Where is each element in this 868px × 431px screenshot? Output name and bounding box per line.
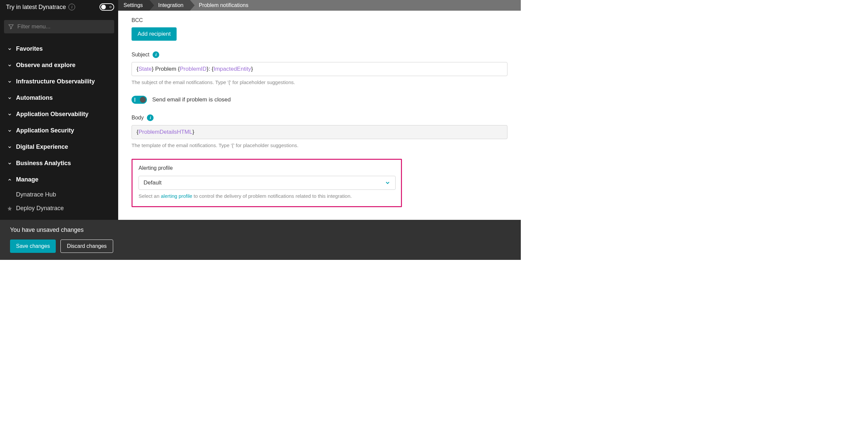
body-label-row: Body i	[131, 114, 507, 121]
theme-toggle[interactable]	[99, 3, 114, 11]
alerting-profile-highlight: Alerting profile Default Select an alert…	[131, 159, 402, 207]
chevron-down-icon	[7, 145, 13, 150]
subject-label: Subject	[131, 52, 149, 58]
alerting-profile-value: Default	[144, 179, 162, 186]
chevron-down-icon	[7, 79, 13, 84]
sidebar-topbar: Try in latest Dynatrace i	[0, 0, 118, 14]
sidebar-item-automations[interactable]: Automations	[4, 90, 114, 106]
subject-input[interactable]: {State} Problem {ProblemID}: {ImpactedEn…	[131, 62, 507, 76]
bcc-label: BCC	[131, 18, 507, 23]
send-if-closed-section: Send email if problem is closed	[131, 96, 507, 104]
filter-menu-input[interactable]	[18, 23, 110, 30]
chevron-down-icon	[7, 63, 13, 68]
send-if-closed-label: Send email if problem is closed	[152, 96, 231, 103]
breadcrumb-integration[interactable]: Integration	[150, 0, 190, 11]
chevron-down-icon	[7, 96, 13, 100]
save-changes-button[interactable]: Save changes	[10, 239, 56, 253]
sidebar-item-digital-experience[interactable]: Digital Experience	[4, 139, 114, 155]
unsaved-changes-bar: You have unsaved changes Save changes Di…	[0, 220, 521, 260]
chevron-down-icon	[7, 161, 13, 166]
star-icon	[7, 206, 13, 211]
chevron-up-icon	[7, 177, 13, 182]
breadcrumb: Settings Integration Problem notificatio…	[118, 0, 521, 11]
sidebar-sub-dynatrace-hub[interactable]: Dynatrace Hub	[4, 188, 114, 201]
bcc-section: BCC Add recipient	[131, 18, 507, 41]
alerting-profile-select[interactable]: Default	[138, 176, 396, 190]
sidebar-item-infrastructure[interactable]: Infrastructure Observability	[4, 73, 114, 90]
info-icon[interactable]: i	[147, 114, 154, 121]
unsaved-msg: You have unsaved changes	[10, 227, 511, 233]
info-icon[interactable]: i	[153, 52, 159, 58]
sidebar-item-manage[interactable]: Manage	[4, 171, 114, 188]
body-help: The template of the email notifications.…	[131, 142, 507, 148]
discard-changes-button[interactable]: Discard changes	[60, 239, 113, 253]
add-recipient-button[interactable]: Add recipient	[131, 27, 177, 41]
alerting-profile-link[interactable]: alerting profile	[161, 193, 192, 199]
body-section: Body i {ProblemDetailsHTML} The template…	[131, 114, 507, 148]
sidebar-item-app-security[interactable]: Application Security	[4, 123, 114, 139]
send-if-closed-toggle[interactable]	[131, 96, 147, 104]
subject-section: Subject i {State} Problem {ProblemID}: {…	[131, 52, 507, 85]
info-icon[interactable]: i	[68, 4, 75, 10]
sidebar-nav: Favorites Observe and explore Infrastruc…	[0, 41, 118, 215]
breadcrumb-problem-notifications[interactable]: Problem notifications	[190, 0, 255, 11]
alerting-profile-label: Alerting profile	[138, 165, 395, 171]
filter-menu-box[interactable]	[4, 20, 114, 33]
subject-label-row: Subject i	[131, 52, 507, 58]
sidebar-item-business-analytics[interactable]: Business Analytics	[4, 155, 114, 171]
subject-help: The subject of the email notifications. …	[131, 79, 507, 85]
alerting-profile-help: Select an alerting profile to control th…	[138, 193, 395, 199]
body-label: Body	[131, 115, 144, 121]
chevron-down-icon	[7, 128, 13, 133]
sidebar-item-app-observability[interactable]: Application Observability	[4, 106, 114, 123]
body-input[interactable]: {ProblemDetailsHTML}	[131, 125, 507, 139]
sidebar-item-favorites[interactable]: Favorites	[4, 41, 114, 57]
chevron-down-icon	[7, 112, 13, 117]
chevron-down-icon	[7, 47, 13, 52]
breadcrumb-settings[interactable]: Settings	[118, 0, 150, 11]
sidebar-sub-deploy[interactable]: Deploy Dynatrace	[4, 201, 114, 215]
try-latest-link[interactable]: Try in latest Dynatrace	[6, 4, 66, 11]
funnel-icon	[8, 24, 14, 30]
chevron-down-icon	[384, 180, 391, 186]
sidebar-item-observe[interactable]: Observe and explore	[4, 57, 114, 73]
